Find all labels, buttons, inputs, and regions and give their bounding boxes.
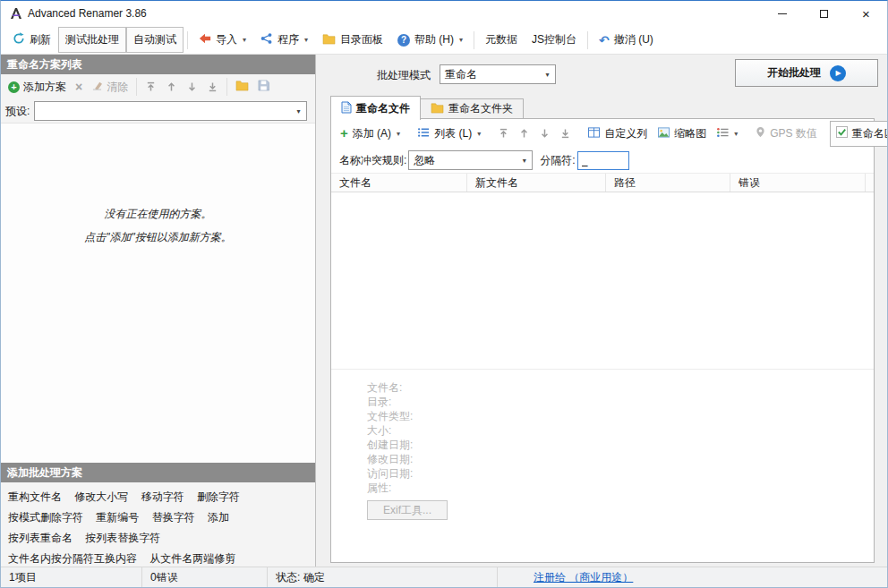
add-batch-method-header: 添加批处理方案 [1, 463, 315, 482]
programs-label: 程序 [278, 32, 299, 47]
custom-columns-button[interactable]: 自定义列 [583, 122, 653, 146]
view-options-icon [717, 127, 729, 141]
play-icon: ▶ [830, 65, 846, 81]
status-item-count: 1项目 [1, 567, 142, 587]
files-toolbar: + 添加 (A) ▾ 列表 (L) ▾ 自定义列 [331, 119, 874, 148]
method-link[interactable]: 移动字符 [141, 487, 184, 507]
move-file-top-button[interactable] [493, 124, 514, 143]
chevron-down-icon: ▾ [291, 102, 306, 120]
method-link[interactable]: 修改大小写 [74, 487, 128, 507]
method-list-panel: 重命名方案列表 + 添加方案 × 清除 [1, 55, 316, 567]
preset-select[interactable]: ▾ [34, 101, 307, 121]
close-button[interactable]: × [845, 1, 887, 26]
method-link[interactable]: 按列表替换字符 [85, 528, 160, 549]
chevron-down-icon: ▾ [477, 130, 481, 138]
method-link[interactable]: 重构文件名 [8, 487, 62, 507]
toolbar-separator [226, 78, 227, 96]
clear-methods-button[interactable]: 清除 [87, 76, 132, 98]
directory-panel-button[interactable]: 目录面板 [315, 27, 390, 53]
import-icon [199, 32, 211, 47]
move-file-up-button[interactable] [514, 124, 534, 143]
info-label-size: 大小: [367, 423, 874, 438]
map-pin-icon [756, 126, 765, 141]
method-link[interactable]: 按模式删除字符 [8, 507, 83, 528]
move-bottom-button[interactable] [202, 77, 223, 97]
folder-icon [431, 102, 444, 116]
chevron-down-icon: ▾ [540, 65, 555, 83]
app-icon [9, 6, 23, 21]
minimize-icon [778, 13, 787, 14]
toolbar-separator [187, 31, 188, 49]
info-label-attributes: 属性: [367, 481, 874, 495]
import-button[interactable]: 导入 ▾ [192, 27, 253, 53]
gps-values-button[interactable]: GPS 数值 [750, 122, 823, 146]
move-file-down-button[interactable] [534, 124, 555, 143]
clear-methods-label: 清除 [107, 80, 128, 95]
test-batch-button[interactable]: 测试批处理 [58, 27, 126, 53]
file-table-header: 文件名 新文件名 路径 错误 [331, 173, 874, 192]
minimize-button[interactable] [761, 1, 803, 26]
plus-icon: + [340, 129, 348, 138]
delete-method-button[interactable]: × [71, 79, 87, 95]
chevron-down-icon: ▾ [517, 151, 532, 169]
help-icon: ? [397, 34, 410, 47]
help-button[interactable]: ? 帮助 (H) ▾ [390, 27, 470, 53]
method-links-area: 重构文件名 修改大小写 移动字符 删除字符 按模式删除字符 重新编号 替换字符 … [1, 482, 315, 567]
exif-tool-button[interactable]: Exif工具... [367, 500, 448, 520]
add-method-button[interactable]: + 添加方案 [4, 76, 71, 98]
move-down-button[interactable] [182, 77, 202, 97]
method-link[interactable]: 添加 [208, 507, 229, 528]
load-methods-button[interactable] [231, 76, 253, 98]
refresh-button[interactable]: 刷新 [5, 27, 58, 53]
metadata-button[interactable]: 元数据 [478, 27, 525, 53]
column-header-path[interactable]: 路径 [606, 174, 730, 192]
rename-match-label: 重命名匹配 [852, 126, 888, 141]
info-label-modified: 修改日期: [367, 452, 874, 466]
programs-button[interactable]: 程序 ▾ [253, 27, 315, 53]
js-console-button[interactable]: JS控制台 [525, 27, 584, 53]
method-link[interactable]: 按列表重命名 [8, 528, 73, 549]
move-up-button[interactable] [161, 77, 182, 97]
auto-test-toggle[interactable]: 自动测试 [126, 27, 184, 53]
move-file-bottom-button[interactable] [555, 124, 576, 143]
add-files-button[interactable]: + 添加 (A) ▾ [335, 122, 406, 146]
method-list-toolbar: + 添加方案 × 清除 [1, 74, 315, 99]
add-files-label: 添加 (A) [353, 126, 391, 141]
refresh-label: 刷新 [30, 32, 51, 47]
chevron-down-icon: ▾ [397, 130, 400, 138]
undo-label: 撤消 (U) [614, 32, 653, 47]
empty-methods-message: 没有正在使用的方案。 点击"添加"按钮以添加新方案。 [1, 202, 315, 249]
register-link[interactable]: 注册给 （商业用途） [534, 570, 633, 585]
column-header-error[interactable]: 错误 [730, 174, 866, 192]
toolbar-separator [587, 31, 588, 49]
document-icon [341, 101, 352, 116]
method-link[interactable]: 替换字符 [152, 507, 195, 528]
tab-rename-folders[interactable]: 重命名文件夹 [421, 98, 524, 119]
view-options-button[interactable]: ▾ [712, 123, 743, 145]
metadata-label: 元数据 [485, 32, 517, 47]
chevron-down-icon: ▾ [243, 36, 246, 44]
column-header-filename[interactable]: 文件名 [331, 174, 467, 192]
tab-rename-files[interactable]: 重命名文件 [330, 96, 421, 120]
preset-row: 预设: ▾ [1, 99, 315, 123]
thumbnails-button[interactable]: 缩略图 [653, 122, 712, 146]
checkbox-icon [836, 126, 848, 141]
file-tabs: 重命名文件 重命名文件夹 [330, 95, 524, 119]
conflict-rule-select[interactable]: 忽略 ▾ [408, 150, 533, 170]
batch-mode-select[interactable]: 重命名 ▾ [440, 64, 556, 84]
method-link[interactable]: 删除字符 [197, 487, 240, 507]
save-methods-button[interactable] [253, 76, 274, 98]
undo-button[interactable]: ↶ 撤消 (U) [592, 27, 661, 53]
list-menu-button[interactable]: 列表 (L) ▾ [413, 122, 486, 146]
save-icon [258, 80, 269, 94]
start-batch-button[interactable]: 开始批处理 ▶ [735, 59, 878, 87]
undo-icon: ↶ [599, 35, 610, 46]
image-icon [658, 127, 670, 141]
rename-match-toggle[interactable]: 重命名匹配 [830, 121, 888, 147]
maximize-button[interactable] [803, 1, 845, 26]
method-link[interactable]: 重新编号 [96, 507, 139, 528]
info-label-created: 创建日期: [367, 438, 874, 452]
separator-input[interactable] [577, 151, 629, 170]
column-header-new-filename[interactable]: 新文件名 [467, 174, 606, 192]
move-top-button[interactable] [141, 77, 161, 97]
